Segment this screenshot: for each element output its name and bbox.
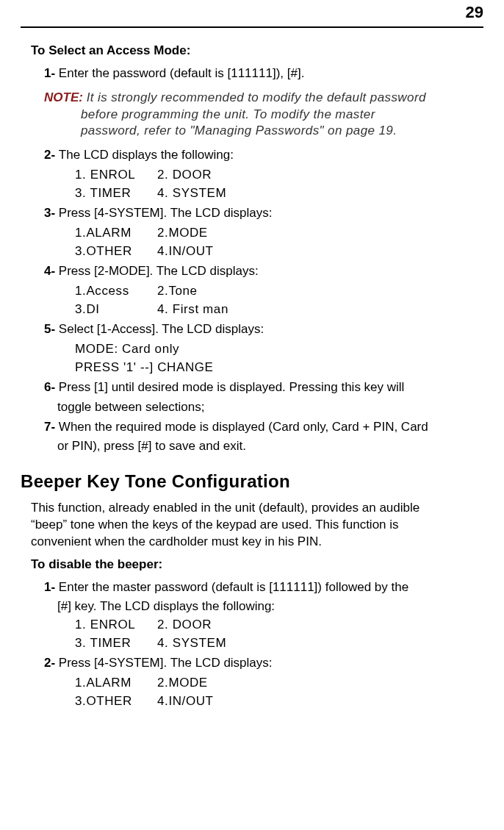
step-2: 2-The LCD displays the following: — [44, 147, 483, 164]
lcd-cell: 4.IN/OUT — [157, 693, 240, 710]
lcd-cell: 2. DOOR — [157, 617, 240, 634]
lcd-row: 3.OTHER4.IN/OUT — [75, 693, 483, 710]
page: 29 To Select an Access Mode: 1-Enter the… — [0, 0, 504, 741]
lcd-row: 1.ALARM2.MODE — [75, 225, 483, 242]
step-text: Enter the master password (default is [1… — [59, 580, 408, 594]
lcd-row: 3.DI4. First man — [75, 301, 483, 318]
intro-line: This function, already enabled in the un… — [31, 501, 420, 515]
lcd-row: 1. ENROL2. DOOR — [75, 167, 483, 184]
lcd-cell: MODE: Card only — [75, 341, 231, 358]
lcd-row: MODE: Card only — [75, 341, 483, 358]
lcd-cell: 4. SYSTEM — [157, 185, 240, 202]
step-number: 7- — [44, 420, 59, 434]
step-number: 3- — [44, 206, 59, 220]
lcd-cell: PRESS '1' --] CHANGE — [75, 359, 231, 376]
lcd-cell: 1.Access — [75, 283, 157, 300]
lcd-row: PRESS '1' --] CHANGE — [75, 359, 483, 376]
step-b1: 1-Enter the master password (default is … — [44, 579, 483, 596]
lcd-row: 1. ENROL2. DOOR — [75, 617, 483, 634]
step-text: Select [1-Access]. The LCD displays: — [59, 322, 264, 336]
step-5: 5-Select [1-Access]. The LCD displays: — [44, 321, 483, 338]
note-line1: It is strongly recommended to modify the… — [87, 90, 426, 104]
lcd-cell: 1.ALARM — [75, 675, 157, 692]
page-number-bar: 29 — [21, 0, 483, 28]
note-line2: before programming the unit. To modify t… — [81, 107, 483, 124]
page-content: To Select an Access Mode: 1-Enter the pa… — [21, 43, 483, 710]
step-text: Press [4-SYSTEM]. The LCD displays: — [59, 656, 273, 670]
lcd-cell: 3. TIMER — [75, 635, 157, 652]
lcd-row: 3. TIMER4. SYSTEM — [75, 185, 483, 202]
step-cont: or PIN), press [#] to save and exit. — [57, 438, 483, 455]
step-text: Press [2-MODE]. The LCD displays: — [59, 264, 259, 278]
lcd-row: 3.OTHER4.IN/OUT — [75, 243, 483, 260]
step-text: When the required mode is displayed (Car… — [59, 420, 428, 434]
step-b2: 2-Press [4-SYSTEM]. The LCD displays: — [44, 655, 483, 672]
intro-line: convenient when the cardholder must key … — [31, 534, 322, 548]
page-number: 29 — [466, 3, 483, 21]
step-cont: toggle between selections; — [57, 399, 483, 416]
lcd-cell: 4. First man — [157, 301, 240, 318]
step-6: 6-Press [1] until desired mode is displa… — [44, 379, 483, 396]
lcd-cell: 2.Tone — [157, 283, 240, 300]
lcd-cell: 3.OTHER — [75, 693, 157, 710]
lcd-cell: 3.OTHER — [75, 243, 157, 260]
step-text: The LCD displays the following: — [59, 148, 234, 162]
intro-paragraph: This function, already enabled in the un… — [31, 500, 483, 551]
step-1: 1-Enter the password (default is [111111… — [44, 65, 483, 82]
lcd-cell: 1. ENROL — [75, 617, 157, 634]
step-text: Press [4-SYSTEM]. The LCD displays: — [59, 206, 273, 220]
step-number: 4- — [44, 264, 59, 278]
step-7: 7-When the required mode is displayed (C… — [44, 419, 483, 436]
step-text: Press [1] until desired mode is displaye… — [59, 380, 405, 394]
step-3: 3-Press [4-SYSTEM]. The LCD displays: — [44, 205, 483, 222]
step-number: 1- — [44, 580, 59, 594]
step-cont: [#] key. The LCD displays the following: — [57, 598, 483, 615]
lcd-cell: 4. SYSTEM — [157, 635, 240, 652]
section-heading-beeper: Beeper Key Tone Configuration — [21, 470, 483, 493]
lcd-cell: 1.ALARM — [75, 225, 157, 242]
step-number: 1- — [44, 66, 59, 80]
lcd-row: 3. TIMER4. SYSTEM — [75, 635, 483, 652]
section-title-access-mode: To Select an Access Mode: — [31, 43, 483, 60]
note-line3: password, refer to "Managing Passwords" … — [81, 123, 483, 140]
lcd-row: 1.Access2.Tone — [75, 283, 483, 300]
step-number: 2- — [44, 148, 59, 162]
lcd-cell: 2. DOOR — [157, 167, 240, 184]
lcd-cell: 1. ENROL — [75, 167, 157, 184]
note-label: NOTE: — [44, 90, 83, 104]
lcd-row: 1.ALARM2.MODE — [75, 675, 483, 692]
section-title-disable-beeper: To disable the beeper: — [31, 557, 483, 573]
note-block: NOTE: It is strongly recommended to modi… — [44, 90, 483, 140]
intro-line: “beep” tone when the keys of the keypad … — [31, 518, 399, 532]
step-text: Enter the password (default is [111111])… — [59, 66, 305, 80]
lcd-cell: 3. TIMER — [75, 185, 157, 202]
step-number: 5- — [44, 322, 59, 336]
lcd-cell: 4.IN/OUT — [157, 243, 240, 260]
step-number: 6- — [44, 380, 59, 394]
lcd-cell: 2.MODE — [157, 225, 240, 242]
step-4: 4-Press [2-MODE]. The LCD displays: — [44, 263, 483, 280]
lcd-cell: 3.DI — [75, 301, 157, 318]
step-number: 2- — [44, 656, 59, 670]
lcd-cell: 2.MODE — [157, 675, 240, 692]
